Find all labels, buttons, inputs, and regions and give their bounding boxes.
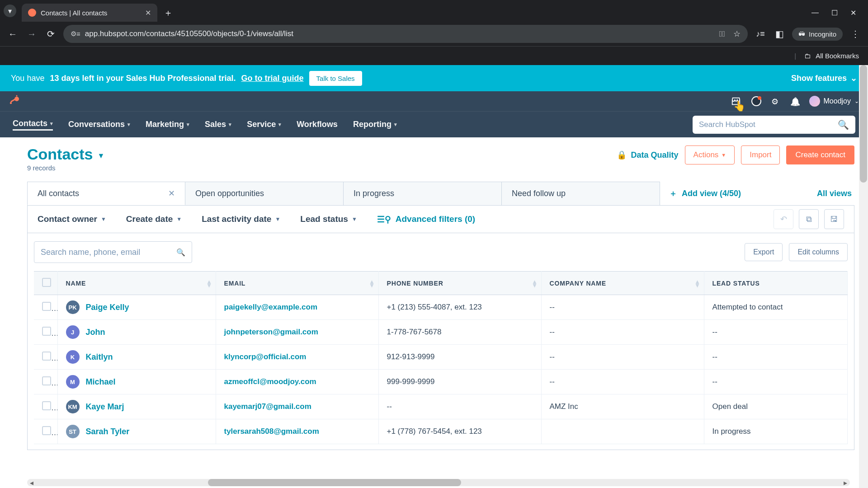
- close-window-icon[interactable]: ✕: [850, 9, 856, 17]
- reload-icon[interactable]: ⟳: [44, 28, 57, 39]
- table-row[interactable]: JJohn johnpeterson@gmail.com 1-778-767-5…: [34, 320, 848, 345]
- trial-guide-link[interactable]: Go to trial guide: [241, 74, 304, 83]
- contact-name-link[interactable]: Kaitlyn: [86, 352, 113, 362]
- all-bookmarks-link[interactable]: All Bookmarks: [816, 52, 859, 60]
- search-icon[interactable]: 🔍: [176, 248, 185, 257]
- table-row[interactable]: KKaitlyn klyncorp@official.com 912-913-9…: [34, 345, 848, 370]
- bell-icon[interactable]: [790, 97, 799, 106]
- add-view-button[interactable]: ＋Add view (4/50): [669, 188, 741, 199]
- nav-marketing[interactable]: Marketing▾: [146, 120, 189, 129]
- nav-conversations[interactable]: Conversations▾: [68, 120, 130, 129]
- contact-email-link[interactable]: kayemarj07@gmail.com: [224, 402, 311, 411]
- col-name[interactable]: NAME▴▾: [57, 272, 216, 295]
- col-lead-status[interactable]: LEAD STATUS: [704, 272, 848, 295]
- horizontal-scrollbar[interactable]: ◂ ▸: [27, 479, 850, 486]
- bookmark-star-icon[interactable]: ☆: [733, 29, 741, 39]
- save-icon[interactable]: 🖫: [824, 209, 844, 229]
- contact-email-link[interactable]: johnpeterson@gmail.com: [224, 328, 318, 336]
- gear-icon[interactable]: [771, 97, 780, 106]
- minimize-icon[interactable]: —: [811, 9, 819, 17]
- row-checkbox[interactable]: [34, 370, 57, 394]
- contact-name-link[interactable]: Sarah Tyler: [86, 427, 130, 436]
- view-tab-open-opportunities[interactable]: Open opportunities: [185, 182, 344, 205]
- contact-email-link[interactable]: klyncorp@official.com: [224, 352, 307, 361]
- contact-phone: 999-999-9999: [378, 370, 541, 394]
- chevron-down-icon[interactable]: ⌄: [850, 73, 857, 83]
- global-search-input[interactable]: [699, 120, 838, 129]
- kebab-menu-icon[interactable]: ⋮: [849, 28, 862, 39]
- view-tab-need-follow-up[interactable]: Need follow up: [502, 182, 660, 205]
- contact-name-link[interactable]: Paige Kelly: [86, 303, 129, 312]
- table-search-input[interactable]: [41, 248, 172, 257]
- talk-to-sales-button[interactable]: Talk to Sales: [309, 71, 362, 86]
- vertical-scrollbar[interactable]: [859, 65, 868, 488]
- content-area: Contacts▼ 9 records 🔒 Data Quality Actio…: [0, 137, 868, 450]
- hubspot-logo-icon[interactable]: [9, 94, 20, 108]
- contact-email-link[interactable]: azmeoffcl@moodjoy.com: [224, 377, 316, 386]
- close-tab-icon[interactable]: ✕: [145, 9, 151, 17]
- actions-button[interactable]: Actions▼: [685, 145, 735, 164]
- tab-list-dropdown[interactable]: ▾: [4, 5, 16, 17]
- filter-create-date[interactable]: Create date▼: [126, 214, 182, 224]
- create-contact-button[interactable]: Create contact: [786, 145, 854, 164]
- table-row[interactable]: STSarah Tyler tylersarah508@gmail.com +1…: [34, 419, 848, 444]
- nav-reporting[interactable]: Reporting▾: [353, 120, 397, 129]
- nav-sales[interactable]: Sales▾: [205, 120, 231, 129]
- filter-lead-status[interactable]: Lead status▼: [300, 214, 357, 224]
- row-checkbox[interactable]: [34, 419, 57, 444]
- import-button[interactable]: Import: [741, 145, 780, 164]
- copy-icon[interactable]: ⧉: [799, 209, 819, 229]
- table-row[interactable]: KMKaye Marj kayemarj07@gmail.com -- AMZ …: [34, 394, 848, 419]
- contact-email-link[interactable]: tylersarah508@gmail.com: [224, 427, 319, 436]
- contact-email-link[interactable]: paigekelly@example.com: [224, 303, 318, 311]
- marketplace-icon[interactable]: 👆: [731, 96, 741, 107]
- select-all-header[interactable]: [34, 272, 57, 295]
- browser-tab[interactable]: Contacts | All contacts ✕: [22, 4, 157, 22]
- contact-name-link[interactable]: Kaye Marj: [86, 402, 124, 412]
- nav-service[interactable]: Service▾: [247, 120, 281, 129]
- nav-workflows[interactable]: Workflows: [297, 120, 338, 129]
- data-quality-link[interactable]: 🔒 Data Quality: [617, 150, 679, 160]
- address-bar[interactable]: ⚙≡ app.hubspot.com/contacts/45105500/obj…: [63, 25, 748, 43]
- col-company[interactable]: COMPANY NAME▴▾: [541, 272, 704, 295]
- row-checkbox[interactable]: [34, 394, 57, 419]
- row-checkbox[interactable]: [34, 295, 57, 320]
- view-tab-in-progress[interactable]: In progress: [344, 182, 502, 205]
- show-features-toggle[interactable]: Show features: [791, 74, 847, 83]
- table-row[interactable]: PKPaige Kelly paigekelly@example.com +1 …: [34, 295, 848, 320]
- search-icon[interactable]: 🔍: [838, 119, 849, 130]
- filter-contact-owner[interactable]: Contact owner▼: [38, 214, 106, 224]
- all-views-link[interactable]: All views: [817, 189, 854, 198]
- col-phone[interactable]: PHONE NUMBER▴▾: [378, 272, 541, 295]
- undo-icon[interactable]: ↶: [774, 209, 793, 229]
- edit-columns-button[interactable]: Edit columns: [789, 243, 848, 261]
- view-tab-all-contacts[interactable]: All contacts✕: [27, 182, 185, 205]
- forward-icon[interactable]: →: [25, 29, 38, 39]
- close-icon[interactable]: ✕: [168, 188, 175, 198]
- new-tab-button[interactable]: ＋: [161, 5, 175, 20]
- advanced-filters-button[interactable]: ☰⚲Advanced filters (0): [377, 214, 475, 225]
- eye-off-icon[interactable]: 👁̸: [719, 29, 725, 39]
- page-title[interactable]: Contacts▼: [27, 145, 104, 163]
- contact-company: --: [541, 320, 704, 345]
- row-checkbox[interactable]: [34, 320, 57, 345]
- copilot-icon[interactable]: [751, 96, 761, 106]
- media-icon[interactable]: ♪≡: [754, 29, 767, 39]
- maximize-icon[interactable]: ☐: [831, 9, 838, 17]
- back-icon[interactable]: ←: [6, 29, 19, 39]
- row-checkbox[interactable]: [34, 345, 57, 370]
- contact-name-link[interactable]: Michael: [86, 377, 116, 387]
- contact-name-link[interactable]: John: [86, 328, 105, 337]
- chevron-down-icon: ⌄: [854, 98, 859, 104]
- account-menu[interactable]: Moodjoy ⌄: [809, 96, 859, 107]
- table-search[interactable]: 🔍: [34, 241, 192, 263]
- site-settings-icon[interactable]: ⚙≡: [71, 30, 80, 38]
- filter-last-activity-date[interactable]: Last activity date▼: [202, 214, 280, 224]
- incognito-indicator[interactable]: 🕶 Incognito: [792, 28, 843, 41]
- sidepanel-icon[interactable]: ◧: [773, 28, 786, 39]
- global-search[interactable]: 🔍: [693, 116, 855, 134]
- table-row[interactable]: MMichael azmeoffcl@moodjoy.com 999-999-9…: [34, 370, 848, 394]
- nav-contacts[interactable]: Contacts▾: [13, 119, 53, 131]
- export-button[interactable]: Export: [745, 243, 783, 261]
- col-email[interactable]: EMAIL▴▾: [216, 272, 378, 295]
